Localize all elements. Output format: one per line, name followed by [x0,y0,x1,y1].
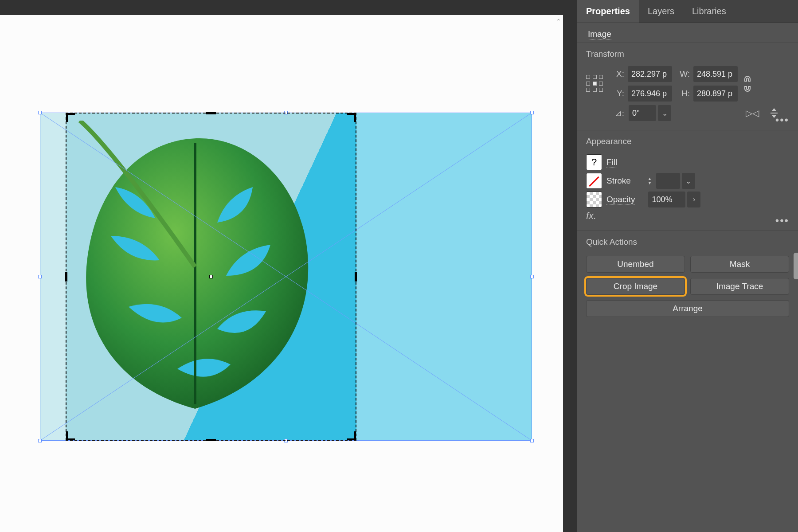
selection-handle[interactable] [38,275,42,278]
opacity-dropdown[interactable]: › [687,192,700,207]
angle-dropdown[interactable]: ⌄ [658,105,671,121]
transform-section: Transform X: Y: [577,43,798,130]
opacity-input[interactable] [648,192,685,207]
crop-handle-tr[interactable] [347,113,356,122]
tab-libraries[interactable]: Libraries [683,0,735,23]
h-label: H: [677,89,690,98]
crop-box[interactable] [66,113,356,441]
selection-handle[interactable] [38,111,42,114]
appearance-section: Appearance ? Fill Stroke ▲▼ ⌄ Opacity › [577,130,798,231]
h-input[interactable] [693,86,738,102]
svg-rect-2 [771,113,778,113]
arrange-button[interactable]: Arrange [586,300,789,317]
quick-actions-title: Quick Actions [586,237,789,253]
appearance-more-icon[interactable]: ••• [775,215,789,227]
placed-image[interactable] [40,113,532,441]
fill-label[interactable]: Fill [606,157,617,168]
tab-properties[interactable]: Properties [577,0,639,23]
crop-handle-tl[interactable] [66,113,75,122]
stroke-swatch[interactable] [586,173,602,189]
document-canvas[interactable]: ⌃ [0,15,563,532]
y-input[interactable] [628,86,672,102]
crop-handle-br[interactable] [347,431,356,440]
crop-handle-right[interactable] [355,272,357,282]
x-label: X: [611,69,624,79]
selection-handle[interactable] [530,439,534,442]
selection-handle[interactable] [530,275,534,278]
selection-handle[interactable] [530,111,534,114]
quick-actions-grid: Unembed Mask Crop Image Image Trace Arra… [577,256,798,326]
transform-more-icon[interactable]: ••• [775,114,789,126]
panel-tabs: Properties Layers Libraries [577,0,798,23]
stroke-style-dropdown[interactable]: ⌄ [682,173,695,189]
crop-handle-bottom[interactable] [206,439,216,441]
scrollbar-vertical[interactable]: ⌃ [553,15,563,532]
link-wh-icon[interactable] [742,75,753,93]
opacity-label[interactable]: Opacity [606,195,635,205]
image-trace-button[interactable]: Image Trace [690,278,789,295]
fx-icon[interactable]: fx. [586,210,596,222]
stroke-weight-stepper[interactable]: ▲▼ [648,177,652,185]
x-input[interactable] [628,66,672,82]
crop-image-button[interactable]: Crop Image [586,278,685,295]
w-input[interactable] [693,66,738,82]
y-label: Y: [611,89,624,98]
panel-resize-handle[interactable] [794,253,798,279]
crop-handle-top[interactable] [206,112,216,114]
crop-center-icon[interactable] [209,275,213,278]
unembed-button[interactable]: Unembed [586,256,685,273]
tab-layers[interactable]: Layers [639,0,683,23]
selection-handle[interactable] [38,439,42,442]
canvas-region: ⌃ [0,0,577,532]
angle-input[interactable] [629,105,656,121]
crop-handle-bl[interactable] [66,431,75,440]
flip-horizontal-icon[interactable]: ▷◁ [746,108,759,118]
appearance-title: Appearance [586,137,789,152]
opacity-swatch[interactable] [586,192,602,207]
object-type-label: Image [577,23,798,43]
w-label: W: [677,69,690,79]
properties-panel: Properties Layers Libraries Image Transf… [577,0,798,532]
app-top-bar [0,0,577,15]
reference-point-grid[interactable] [586,75,604,93]
angle-label: ⊿: [611,108,624,118]
quick-actions-section: Quick Actions [577,231,798,256]
fill-swatch[interactable]: ? [586,154,602,170]
crop-handle-left[interactable] [65,272,67,282]
stroke-label[interactable]: Stroke [606,176,631,186]
mask-button[interactable]: Mask [690,256,789,273]
stroke-weight-input[interactable] [656,173,680,189]
scroll-up-icon[interactable]: ⌃ [556,18,561,25]
transform-title: Transform [586,49,789,63]
